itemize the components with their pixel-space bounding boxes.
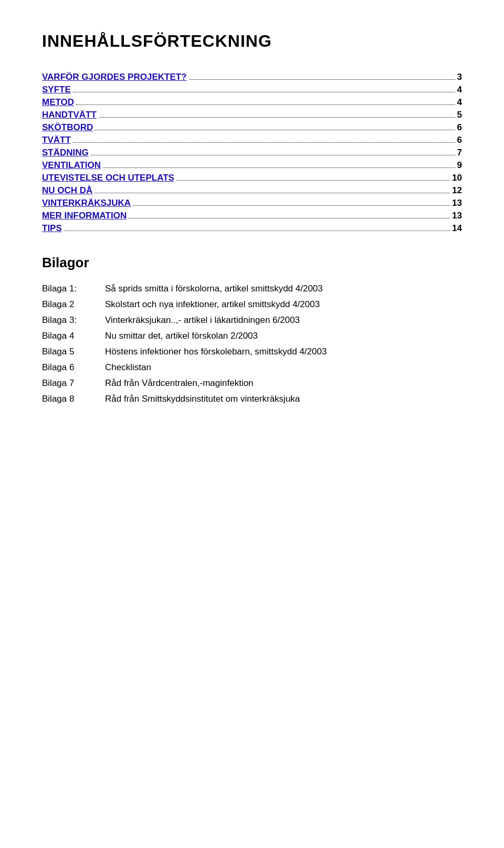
toc-row: VINTERKRÄKSJUKA13 (42, 198, 462, 208)
toc-link[interactable]: METOD (42, 97, 74, 108)
toc-link[interactable]: VARFÖR GJORDES PROJEKTET? (42, 72, 187, 82)
toc-dots (133, 205, 450, 206)
toc-dots (91, 155, 455, 155)
toc-row: SYFTE4 (42, 85, 462, 95)
toc-dots (95, 130, 455, 130)
bilaga-label: Bilaga 5 (42, 347, 105, 357)
toc-dots (189, 79, 455, 80)
bilaga-row: Bilaga 1:Så sprids smitta i förskolorna,… (42, 284, 462, 294)
toc-number: 3 (457, 72, 462, 82)
toc-number: 10 (452, 173, 462, 183)
bilaga-description: Checklistan (105, 362, 462, 373)
toc-row: STÄDNING7 (42, 148, 462, 158)
toc-link[interactable]: NU OCH DÅ (42, 185, 92, 196)
toc-number: 4 (457, 85, 462, 95)
toc-dots (103, 167, 455, 168)
bilaga-label: Bilaga 8 (42, 394, 105, 404)
toc-link[interactable]: UTEVISTELSE OCH UTEPLATS (42, 173, 174, 183)
bilaga-row: Bilaga 4Nu smittar det, artikel förskola… (42, 331, 462, 341)
toc-dots (176, 180, 450, 181)
toc-number: 6 (457, 135, 462, 145)
toc-dots (73, 92, 455, 92)
bilaga-description: Råd från Smittskyddsinstitutet om vinter… (105, 394, 462, 404)
bilaga-description: Råd från Vårdcentralen,-maginfektion (105, 378, 462, 389)
toc-number: 6 (457, 122, 462, 133)
bilaga-row: Bilaga 2Skolstart och nya infektioner, a… (42, 299, 462, 310)
toc-row: METOD4 (42, 97, 462, 108)
bilaga-label: Bilaga 1: (42, 284, 105, 294)
toc-row: TVÄTT6 (42, 135, 462, 145)
toc-dots (129, 218, 450, 218)
toc-number: 14 (452, 223, 462, 234)
bilaga-description: Så sprids smitta i förskolorna, artikel … (105, 284, 462, 294)
toc-link[interactable]: HANDTVÄTT (42, 110, 97, 120)
toc-number: 5 (457, 110, 462, 120)
page-container: INNEHÅLLSFÖRTECKNING VARFÖR GJORDES PROJ… (42, 32, 462, 848)
toc-link[interactable]: VINTERKRÄKSJUKA (42, 198, 131, 208)
bilaga-row: Bilaga 8Råd från Smittskyddsinstitutet o… (42, 394, 462, 404)
bilagor-section: Bilagor Bilaga 1:Så sprids smitta i förs… (42, 255, 462, 404)
toc-link[interactable]: STÄDNING (42, 148, 89, 158)
bilaga-label: Bilaga 2 (42, 299, 105, 310)
toc-number: 4 (457, 97, 462, 108)
bilaga-label: Bilaga 6 (42, 362, 105, 373)
toc-row: TIPS14 (42, 223, 462, 234)
toc-dots (99, 117, 455, 118)
toc-row: VENTILATION9 (42, 160, 462, 171)
toc-section: VARFÖR GJORDES PROJEKTET?3SYFTE4METOD4HA… (42, 72, 462, 234)
toc-number: 9 (457, 160, 462, 171)
toc-row: NU OCH DÅ12 (42, 185, 462, 196)
bilagor-title: Bilagor (42, 255, 462, 271)
bilaga-row: Bilaga 3:Vinterkräksjukan..,- artikel i … (42, 315, 462, 326)
bilaga-row: Bilaga 6Checklistan (42, 362, 462, 373)
bilaga-description: Vinterkräksjukan..,- artikel i läkartidn… (105, 315, 462, 326)
bilaga-row: Bilaga 7Råd från Vårdcentralen,-maginfek… (42, 378, 462, 389)
toc-dots (73, 142, 455, 143)
bilaga-label: Bilaga 4 (42, 331, 105, 341)
bilaga-description: Nu smittar det, artikel förskolan 2/2003 (105, 331, 462, 341)
toc-link[interactable]: SKÖTBORD (42, 122, 93, 133)
toc-link[interactable]: TIPS (42, 223, 62, 234)
toc-link[interactable]: VENTILATION (42, 160, 101, 171)
bilaga-label: Bilaga 7 (42, 378, 105, 389)
toc-link[interactable]: TVÄTT (42, 135, 71, 145)
bilaga-row: Bilaga 5Höstens infektioner hos förskole… (42, 347, 462, 357)
toc-dots (76, 104, 455, 105)
toc-number: 12 (452, 185, 462, 196)
toc-link[interactable]: MER INFORMATION (42, 211, 127, 221)
toc-row: UTEVISTELSE OCH UTEPLATS10 (42, 173, 462, 183)
bilaga-label: Bilaga 3: (42, 315, 105, 326)
toc-number: 13 (452, 198, 462, 208)
toc-dots (94, 193, 450, 193)
page-title: INNEHÅLLSFÖRTECKNING (42, 32, 462, 51)
bilaga-description: Höstens infektioner hos förskolebarn, sm… (105, 347, 462, 357)
bilaga-description: Skolstart och nya infektioner, artikel s… (105, 299, 462, 310)
toc-number: 7 (457, 148, 462, 158)
toc-row: VARFÖR GJORDES PROJEKTET?3 (42, 72, 462, 82)
toc-row: MER INFORMATION13 (42, 211, 462, 221)
toc-number: 13 (452, 211, 462, 221)
toc-link[interactable]: SYFTE (42, 85, 71, 95)
toc-row: HANDTVÄTT5 (42, 110, 462, 120)
bilaga-rows: Bilaga 1:Så sprids smitta i förskolorna,… (42, 284, 462, 404)
toc-dots (64, 231, 450, 231)
toc-row: SKÖTBORD6 (42, 122, 462, 133)
